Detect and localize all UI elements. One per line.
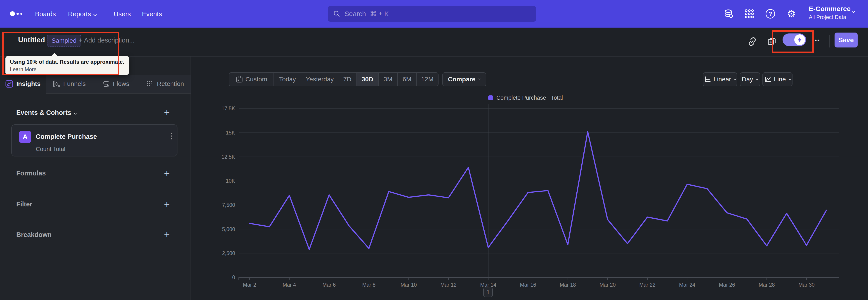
range-30d[interactable]: 30D	[356, 73, 378, 86]
sampling-tooltip: Using 10% of data. Results are approxima…	[5, 56, 129, 75]
lightning-bolt-icon	[796, 36, 803, 43]
nav-item-events[interactable]: Events	[142, 10, 162, 18]
event-metric[interactable]: Count Total	[36, 146, 65, 153]
add-formula-button[interactable]: +	[162, 168, 172, 178]
section-formulas: Formulas	[16, 170, 46, 177]
y-tick-label: 0	[232, 274, 235, 280]
chart-series-line	[250, 132, 827, 249]
legend-label: Complete Purchase - Total	[496, 94, 563, 101]
tab-retention[interactable]: Retention	[139, 74, 191, 93]
x-tick-label: Mar 22	[639, 282, 655, 288]
x-tick-label: Mar 2	[243, 282, 256, 288]
y-tick-label: 7,500	[222, 202, 235, 208]
nav-item-users[interactable]: Users	[114, 10, 131, 18]
calendar-icon	[236, 76, 243, 83]
x-tick-label: Mar 26	[719, 282, 735, 288]
more-menu-icon[interactable]: •••	[812, 37, 820, 44]
event-kebab-menu-icon[interactable]: ⋮	[167, 131, 176, 141]
chart-legend[interactable]: Complete Purchase - Total	[488, 94, 563, 101]
sampled-badge[interactable]: Sampled	[47, 35, 81, 47]
project-chevron-icon[interactable]	[852, 10, 855, 13]
search-icon	[333, 10, 341, 18]
learn-more-link[interactable]: Learn More	[10, 66, 37, 72]
compare-dropdown[interactable]: Compare	[442, 72, 486, 86]
scale-dropdown[interactable]: Linear	[703, 72, 737, 86]
event-card[interactable]: A Complete Purchase ⋮ Count Total	[11, 124, 178, 156]
range-today[interactable]: Today	[274, 73, 301, 86]
add-event-button[interactable]: +	[162, 108, 172, 118]
nav-item-reports[interactable]: Reports	[68, 10, 96, 18]
range-7d[interactable]: 7D	[338, 73, 356, 86]
legend-swatch	[488, 95, 493, 100]
x-tick-label: Mar 20	[599, 282, 616, 288]
y-tick-label: 5,000	[222, 226, 235, 232]
linear-scale-icon	[704, 76, 711, 83]
retention-icon	[146, 80, 154, 88]
insights-icon	[5, 80, 13, 88]
nav-item-boards[interactable]: Boards	[35, 10, 56, 18]
divider	[829, 35, 830, 48]
search-bar[interactable]	[328, 6, 536, 22]
range-6m[interactable]: 6M	[397, 73, 416, 86]
mixpanel-logo-icon[interactable]	[10, 11, 22, 16]
sampling-toggle[interactable]	[782, 33, 806, 46]
x-tick-label: Mar 6	[322, 282, 336, 288]
tooltip-text: Using 10% of data. Results are approxima…	[10, 59, 124, 65]
events-cohorts-header[interactable]: Events & Cohorts	[16, 109, 76, 116]
report-tabs: Insights Funnels Flows	[0, 74, 191, 94]
add-filter-button[interactable]: +	[162, 199, 172, 209]
y-tick-label: 12.5K	[221, 154, 235, 160]
settings-gear-icon[interactable]: ⚙	[786, 8, 797, 20]
section-filter: Filter	[16, 201, 32, 208]
project-name: E-Commerce	[809, 5, 850, 13]
help-icon[interactable]: ?	[765, 8, 776, 20]
tab-flows[interactable]: Flows	[92, 74, 139, 93]
interval-dropdown[interactable]: Day	[740, 72, 760, 86]
chart-type-dropdown[interactable]: Line	[763, 72, 793, 86]
x-tick-label: Mar 10	[401, 282, 417, 288]
add-description[interactable]: + Add description...	[79, 37, 134, 44]
event-name[interactable]: Complete Purchase	[36, 133, 97, 140]
range-3m[interactable]: 3M	[378, 73, 397, 86]
y-tick-label: 15K	[226, 130, 235, 136]
query-sidebar: Insights Funnels Flows	[0, 57, 191, 300]
funnels-icon	[52, 80, 60, 88]
range-12m[interactable]: 12M	[416, 73, 438, 86]
pagination-page-1[interactable]: 1	[483, 288, 493, 297]
chevron-down-icon	[734, 77, 737, 80]
range-yesterday[interactable]: Yesterday	[301, 73, 338, 86]
apps-grid-icon[interactable]	[744, 8, 755, 20]
save-button[interactable]: Save	[835, 33, 858, 48]
y-tick-label: 10K	[226, 178, 235, 184]
add-to-board-icon[interactable]	[766, 36, 778, 48]
search-input[interactable]	[344, 10, 531, 18]
chevron-down-icon	[789, 77, 792, 80]
x-tick-label: Mar 14	[480, 282, 496, 288]
y-tick-label: 2,500	[222, 250, 235, 256]
event-letter-badge: A	[19, 131, 31, 143]
line-chart-icon	[764, 76, 772, 83]
top-nav: Boards Reports Users Events ? ⚙	[0, 0, 868, 28]
add-breakdown-button[interactable]: +	[162, 230, 172, 240]
flows-icon	[102, 80, 110, 88]
y-tick-label: 17.5K	[221, 106, 235, 112]
report-title[interactable]: Untitled	[18, 36, 45, 44]
x-tick-label: Mar 18	[560, 282, 576, 288]
x-tick-label: Mar 8	[362, 282, 376, 288]
project-scope: All Project Data	[809, 14, 850, 20]
x-tick-label: Mar 4	[283, 282, 296, 288]
tab-funnels[interactable]: Funnels	[46, 74, 92, 93]
tab-insights[interactable]: Insights	[0, 74, 46, 94]
project-switcher[interactable]: E-Commerce All Project Data	[809, 5, 850, 20]
range-custom[interactable]: Custom	[229, 73, 274, 86]
x-tick-label: Mar 24	[679, 282, 695, 288]
data-management-icon[interactable]	[723, 8, 734, 20]
chevron-down-icon	[93, 13, 97, 16]
chevron-down-icon	[74, 112, 77, 115]
chevron-down-icon	[478, 77, 481, 80]
copy-link-icon[interactable]	[746, 36, 758, 48]
x-tick-label: Mar 16	[520, 282, 536, 288]
date-range-control: Custom Today Yesterday 7D 30D 3M 6M 12M	[229, 72, 438, 86]
x-tick-label: Mar 30	[798, 282, 815, 288]
x-tick-label: Mar 12	[440, 282, 457, 288]
